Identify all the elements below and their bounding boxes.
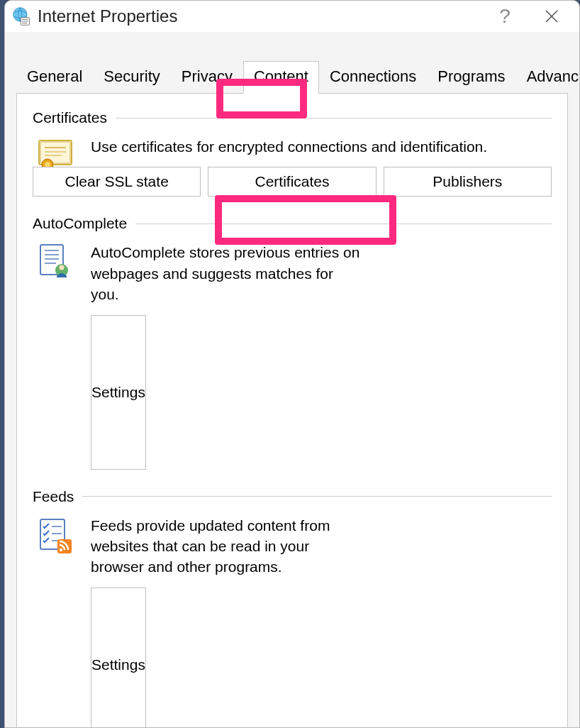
- group-label: Certificates: [33, 109, 107, 126]
- feeds-description: Feeds provide updated content from websi…: [91, 515, 360, 578]
- clear-ssl-state-button[interactable]: Clear SSL state: [33, 167, 201, 197]
- tab-advanced[interactable]: Advanced: [516, 61, 580, 93]
- close-button[interactable]: [528, 1, 575, 32]
- tab-connections[interactable]: Connections: [319, 61, 427, 93]
- autocomplete-settings-button[interactable]: Settings: [91, 315, 146, 470]
- help-button[interactable]: ?: [481, 1, 528, 32]
- group-header-certificates: Certificates: [33, 109, 552, 126]
- tab-programs[interactable]: Programs: [427, 61, 515, 93]
- group-label: AutoComplete: [33, 215, 127, 232]
- divider: [82, 496, 552, 497]
- tab-content[interactable]: Content: [243, 61, 319, 94]
- certificates-button[interactable]: Certificates: [208, 167, 376, 197]
- dialog-window: Internet Properties ? General Security P…: [4, 0, 580, 728]
- group-header-autocomplete: AutoComplete: [33, 215, 552, 232]
- group-header-feeds: Feeds: [33, 488, 552, 505]
- tab-page-content: Certificates: [16, 93, 568, 728]
- internet-options-icon: [12, 6, 32, 26]
- certificates-description: Use certificates for encrypted connectio…: [91, 136, 552, 157]
- client-area: General Security Privacy Content Connect…: [5, 32, 579, 728]
- tab-privacy[interactable]: Privacy: [171, 61, 243, 93]
- autocomplete-icon: [33, 242, 78, 469]
- svg-point-26: [60, 548, 62, 551]
- divider: [135, 224, 552, 224]
- svg-point-20: [60, 265, 65, 270]
- title-bar: Internet Properties ?: [5, 1, 579, 32]
- group-feeds: Feeds: [33, 488, 552, 728]
- group-certificates: Certificates: [33, 109, 552, 197]
- close-icon: [545, 9, 559, 23]
- feeds-icon: [33, 515, 78, 728]
- window-title: Internet Properties: [38, 6, 481, 26]
- publishers-button[interactable]: Publishers: [384, 167, 552, 197]
- feeds-settings-button[interactable]: Settings: [91, 588, 146, 728]
- autocomplete-description: AutoComplete stores previous entries on …: [91, 242, 360, 304]
- group-autocomplete: AutoComplete: [33, 215, 552, 469]
- tab-security[interactable]: Security: [93, 61, 170, 93]
- group-label: Feeds: [33, 488, 74, 505]
- divider: [116, 118, 552, 118]
- tab-general[interactable]: General: [16, 61, 93, 93]
- tab-strip: General Security Privacy Content Connect…: [5, 32, 579, 93]
